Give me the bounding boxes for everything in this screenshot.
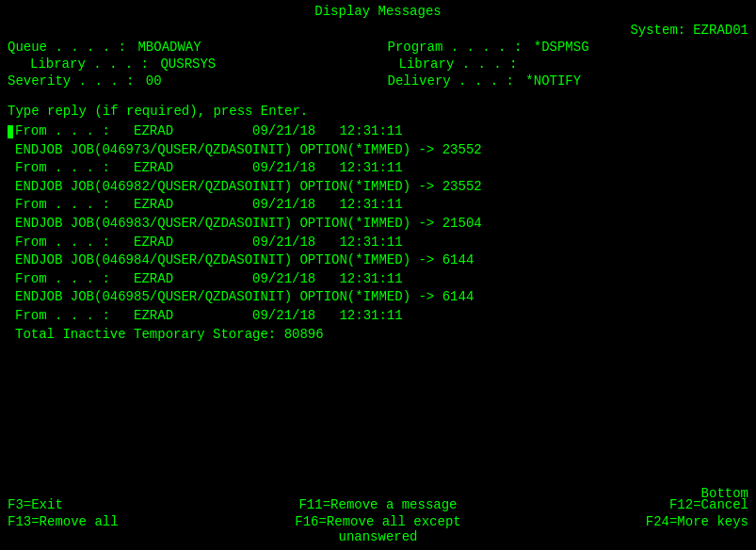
program-label: Program . . . . :	[388, 40, 523, 55]
queue-program-row: Queue . . . . : MBOADWAY Program . . . .…	[8, 40, 748, 55]
message-from-4: From . . . : EZRAD 09/21/18 12:31:11	[8, 234, 748, 252]
title-row: Display Messages	[8, 4, 748, 19]
f12-key[interactable]: F12=Cancel	[502, 497, 748, 512]
message-detail-4: ENDJOB JOB(046984/QUSER/QZDASOINIT) OPTI…	[8, 251, 748, 270]
from-line-2: From . . . : EZRAD 09/21/18 12:31:11	[8, 160, 403, 175]
detail-line-3: ENDJOB JOB(046983/QUSER/QZDASOINIT) OPTI…	[8, 216, 482, 231]
delivery-label: Delivery . . . :	[388, 73, 514, 89]
message-from-2: From . . . : EZRAD 09/21/18 12:31:11	[8, 159, 748, 178]
library-value1: QUSRSYS	[160, 57, 216, 72]
messages-section: From . . . : EZRAD 09/21/18 12:31:11 END…	[8, 122, 748, 344]
detail-line-1: ENDJOB JOB(046973/QUSER/QZDASOINIT) OPTI…	[8, 142, 482, 157]
severity-label: Severity . . . :	[8, 73, 134, 89]
page-title: Display Messages	[314, 4, 441, 19]
fkey-row-1: F3=Exit F11=Remove a message F12=Cancel	[8, 497, 748, 512]
severity-value: 00	[146, 73, 162, 89]
prompt-line: Type reply (if required), press Enter.	[8, 104, 748, 119]
severity-delivery-row: Severity . . . : 00 Delivery . . . : *NO…	[8, 73, 748, 89]
message-from-5: From . . . : EZRAD 09/21/18 12:31:11	[8, 270, 748, 289]
program-value: *DSPMSG	[534, 40, 589, 55]
queue-label: Queue . . . . :	[8, 40, 126, 55]
f16-key[interactable]: F16=Remove all except unanswered	[254, 514, 501, 544]
terminal-screen: Display Messages System: EZRAD01 Queue .…	[0, 0, 756, 550]
cursor-indicator	[8, 125, 13, 138]
from-line-3: From . . . : EZRAD 09/21/18 12:31:11	[8, 197, 403, 212]
message-detail-1: ENDJOB JOB(046973/QUSER/QZDASOINIT) OPTI…	[8, 141, 748, 160]
function-keys: F3=Exit F11=Remove a message F12=Cancel …	[0, 493, 756, 550]
from-line-5: From . . . : EZRAD 09/21/18 12:31:11	[8, 271, 403, 286]
library-label1: Library . . . :	[30, 57, 149, 72]
message-detail-2: ENDJOB JOB(046982/QUSER/QZDASOINIT) OPTI…	[8, 178, 748, 197]
detail-line-2: ENDJOB JOB(046982/QUSER/QZDASOINIT) OPTI…	[8, 179, 482, 194]
summary-line: Total Inactive Temporary Storage: 80896	[8, 326, 748, 345]
message-from-3: From . . . : EZRAD 09/21/18 12:31:11	[8, 196, 748, 215]
detail-line-4: ENDJOB JOB(046984/QUSER/QZDASOINIT) OPTI…	[8, 252, 474, 267]
message-detail-3: ENDJOB JOB(046983/QUSER/QZDASOINIT) OPTI…	[8, 215, 748, 234]
f13-key[interactable]: F13=Remove all	[8, 514, 254, 544]
from-line-4: From . . . : EZRAD 09/21/18 12:31:11	[8, 235, 403, 250]
f24-key[interactable]: F24=More keys	[502, 514, 748, 544]
message-detail-5: ENDJOB JOB(046985/QUSER/QZDASOINIT) OPTI…	[8, 288, 748, 307]
delivery-value: *NOTIFY	[525, 73, 581, 89]
library-row: Library . . . : QUSRSYS Library . . . :	[8, 57, 748, 72]
queue-value: MBOADWAY	[137, 40, 201, 55]
summary-text: Total Inactive Temporary Storage: 80896	[8, 327, 324, 342]
system-label: System:	[630, 23, 685, 38]
f11-key[interactable]: F11=Remove a message	[254, 497, 501, 512]
library-label2: Library . . . :	[399, 57, 518, 72]
f3-key[interactable]: F3=Exit	[8, 497, 254, 512]
message-from-1: From . . . : EZRAD 09/21/18 12:31:11	[8, 122, 748, 141]
fkey-row-2: F13=Remove all F16=Remove all except una…	[8, 514, 748, 544]
message-from-6: From . . . : EZRAD 09/21/18 12:31:11	[8, 307, 748, 326]
from-line-6: From . . . : EZRAD 09/21/18 12:31:11	[8, 308, 403, 323]
detail-line-5: ENDJOB JOB(046985/QUSER/QZDASOINIT) OPTI…	[8, 289, 474, 304]
prompt-text: Type reply (if required), press Enter.	[8, 104, 308, 119]
from-line-1: From . . . : EZRAD 09/21/18 12:31:11	[15, 122, 403, 141]
system-value: EZRAD01	[693, 23, 748, 38]
